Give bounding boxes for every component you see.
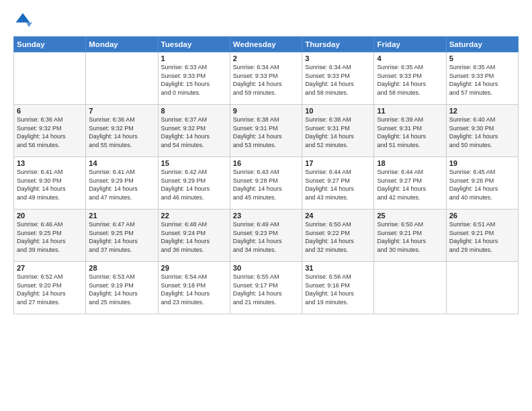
calendar-cell: 10Sunrise: 6:38 AM Sunset: 9:31 PM Dayli… — [302, 105, 374, 157]
day-number: 11 — [377, 107, 443, 115]
weekday-header-row: SundayMondayTuesdayWednesdayThursdayFrid… — [14, 37, 519, 52]
calendar-week-row: 6Sunrise: 6:36 AM Sunset: 9:32 PM Daylig… — [14, 105, 519, 157]
calendar-cell: 31Sunrise: 6:56 AM Sunset: 9:16 PM Dayli… — [302, 262, 374, 314]
calendar-cell: 9Sunrise: 6:38 AM Sunset: 9:31 PM Daylig… — [230, 105, 302, 157]
day-number: 18 — [377, 159, 443, 167]
logo-icon — [13, 11, 32, 30]
calendar-cell: 24Sunrise: 6:50 AM Sunset: 9:22 PM Dayli… — [302, 210, 374, 262]
day-info: Sunrise: 6:35 AM Sunset: 9:33 PM Dayligh… — [449, 63, 515, 97]
header — [13, 11, 519, 30]
day-number: 26 — [449, 212, 515, 220]
calendar-cell: 15Sunrise: 6:42 AM Sunset: 9:29 PM Dayli… — [158, 157, 230, 210]
calendar-cell: 19Sunrise: 6:45 AM Sunset: 9:26 PM Dayli… — [446, 157, 518, 210]
day-number: 7 — [89, 107, 154, 115]
day-number: 24 — [305, 212, 371, 220]
day-number: 1 — [161, 54, 227, 62]
calendar-cell: 26Sunrise: 6:51 AM Sunset: 9:21 PM Dayli… — [446, 210, 518, 262]
day-info: Sunrise: 6:46 AM Sunset: 9:25 PM Dayligh… — [17, 220, 83, 254]
day-info: Sunrise: 6:38 AM Sunset: 9:31 PM Dayligh… — [233, 116, 299, 149]
day-info: Sunrise: 6:41 AM Sunset: 9:29 PM Dayligh… — [89, 168, 154, 201]
svg-marker-0 — [16, 13, 30, 23]
day-number: 2 — [233, 54, 299, 62]
day-info: Sunrise: 6:38 AM Sunset: 9:31 PM Dayligh… — [305, 116, 371, 149]
day-number: 22 — [161, 212, 227, 220]
day-info: Sunrise: 6:40 AM Sunset: 9:30 PM Dayligh… — [449, 116, 515, 149]
calendar-cell — [446, 262, 518, 314]
day-number: 21 — [89, 212, 154, 220]
day-info: Sunrise: 6:36 AM Sunset: 9:32 PM Dayligh… — [89, 116, 154, 149]
day-info: Sunrise: 6:36 AM Sunset: 9:32 PM Dayligh… — [17, 116, 83, 149]
day-number: 16 — [233, 159, 299, 167]
day-info: Sunrise: 6:56 AM Sunset: 9:16 PM Dayligh… — [305, 273, 371, 306]
calendar-cell: 25Sunrise: 6:50 AM Sunset: 9:21 PM Dayli… — [374, 210, 446, 262]
calendar-cell: 21Sunrise: 6:47 AM Sunset: 9:25 PM Dayli… — [86, 210, 158, 262]
calendar-cell: 16Sunrise: 6:43 AM Sunset: 9:28 PM Dayli… — [230, 157, 302, 210]
day-number: 30 — [233, 264, 299, 272]
day-info: Sunrise: 6:44 AM Sunset: 9:27 PM Dayligh… — [377, 168, 443, 201]
day-number: 6 — [17, 107, 83, 115]
calendar-cell: 2Sunrise: 6:34 AM Sunset: 9:33 PM Daylig… — [230, 52, 302, 105]
svg-marker-1 — [26, 23, 32, 28]
day-number: 23 — [233, 212, 299, 220]
calendar-cell: 23Sunrise: 6:49 AM Sunset: 9:23 PM Dayli… — [230, 210, 302, 262]
calendar-cell: 6Sunrise: 6:36 AM Sunset: 9:32 PM Daylig… — [14, 105, 86, 157]
calendar-cell: 7Sunrise: 6:36 AM Sunset: 9:32 PM Daylig… — [86, 105, 158, 157]
day-number: 5 — [449, 54, 515, 62]
day-number: 28 — [89, 264, 154, 272]
day-info: Sunrise: 6:50 AM Sunset: 9:22 PM Dayligh… — [305, 220, 371, 254]
day-info: Sunrise: 6:34 AM Sunset: 9:33 PM Dayligh… — [233, 63, 299, 97]
day-number: 27 — [17, 264, 83, 272]
day-number: 3 — [305, 54, 371, 62]
day-info: Sunrise: 6:50 AM Sunset: 9:21 PM Dayligh… — [377, 220, 443, 254]
day-number: 17 — [305, 159, 371, 167]
weekday-header: Sunday — [14, 37, 86, 52]
day-info: Sunrise: 6:48 AM Sunset: 9:24 PM Dayligh… — [161, 220, 227, 254]
calendar-cell — [374, 262, 446, 314]
calendar-cell: 18Sunrise: 6:44 AM Sunset: 9:27 PM Dayli… — [374, 157, 446, 210]
calendar-cell: 27Sunrise: 6:52 AM Sunset: 9:20 PM Dayli… — [14, 262, 86, 314]
day-number: 15 — [161, 159, 227, 167]
day-info: Sunrise: 6:44 AM Sunset: 9:27 PM Dayligh… — [305, 168, 371, 201]
calendar-cell: 13Sunrise: 6:41 AM Sunset: 9:30 PM Dayli… — [14, 157, 86, 210]
day-number: 12 — [449, 107, 515, 115]
calendar-cell: 30Sunrise: 6:55 AM Sunset: 9:17 PM Dayli… — [230, 262, 302, 314]
day-number: 19 — [449, 159, 515, 167]
calendar-cell: 28Sunrise: 6:53 AM Sunset: 9:19 PM Dayli… — [86, 262, 158, 314]
day-info: Sunrise: 6:53 AM Sunset: 9:19 PM Dayligh… — [89, 273, 154, 306]
calendar-week-row: 20Sunrise: 6:46 AM Sunset: 9:25 PM Dayli… — [14, 210, 519, 262]
weekday-header: Saturday — [446, 37, 518, 52]
day-number: 13 — [17, 159, 83, 167]
logo — [13, 11, 35, 30]
day-number: 20 — [17, 212, 83, 220]
calendar-cell: 29Sunrise: 6:54 AM Sunset: 9:18 PM Dayli… — [158, 262, 230, 314]
day-number: 29 — [161, 264, 227, 272]
day-info: Sunrise: 6:33 AM Sunset: 9:33 PM Dayligh… — [161, 63, 227, 97]
day-info: Sunrise: 6:52 AM Sunset: 9:20 PM Dayligh… — [17, 273, 83, 306]
calendar-cell: 4Sunrise: 6:35 AM Sunset: 9:33 PM Daylig… — [374, 52, 446, 105]
day-info: Sunrise: 6:37 AM Sunset: 9:32 PM Dayligh… — [161, 116, 227, 149]
calendar-cell: 5Sunrise: 6:35 AM Sunset: 9:33 PM Daylig… — [446, 52, 518, 105]
day-info: Sunrise: 6:54 AM Sunset: 9:18 PM Dayligh… — [161, 273, 227, 306]
day-number: 14 — [89, 159, 154, 167]
calendar-week-row: 27Sunrise: 6:52 AM Sunset: 9:20 PM Dayli… — [14, 262, 519, 314]
day-info: Sunrise: 6:39 AM Sunset: 9:31 PM Dayligh… — [377, 116, 443, 149]
day-info: Sunrise: 6:35 AM Sunset: 9:33 PM Dayligh… — [377, 63, 443, 97]
day-info: Sunrise: 6:34 AM Sunset: 9:33 PM Dayligh… — [305, 63, 371, 97]
calendar-cell: 22Sunrise: 6:48 AM Sunset: 9:24 PM Dayli… — [158, 210, 230, 262]
day-info: Sunrise: 6:45 AM Sunset: 9:26 PM Dayligh… — [449, 168, 515, 201]
day-info: Sunrise: 6:47 AM Sunset: 9:25 PM Dayligh… — [89, 220, 154, 254]
calendar-cell: 17Sunrise: 6:44 AM Sunset: 9:27 PM Dayli… — [302, 157, 374, 210]
day-info: Sunrise: 6:42 AM Sunset: 9:29 PM Dayligh… — [161, 168, 227, 201]
day-info: Sunrise: 6:43 AM Sunset: 9:28 PM Dayligh… — [233, 168, 299, 201]
calendar-cell: 3Sunrise: 6:34 AM Sunset: 9:33 PM Daylig… — [302, 52, 374, 105]
day-number: 8 — [161, 107, 227, 115]
calendar-cell — [86, 52, 158, 105]
day-info: Sunrise: 6:55 AM Sunset: 9:17 PM Dayligh… — [233, 273, 299, 306]
day-info: Sunrise: 6:41 AM Sunset: 9:30 PM Dayligh… — [17, 168, 83, 201]
day-number: 9 — [233, 107, 299, 115]
weekday-header: Wednesday — [230, 37, 302, 52]
day-number: 4 — [377, 54, 443, 62]
calendar-cell: 20Sunrise: 6:46 AM Sunset: 9:25 PM Dayli… — [14, 210, 86, 262]
page: SundayMondayTuesdayWednesdayThursdayFrid… — [0, 0, 532, 411]
weekday-header: Thursday — [302, 37, 374, 52]
